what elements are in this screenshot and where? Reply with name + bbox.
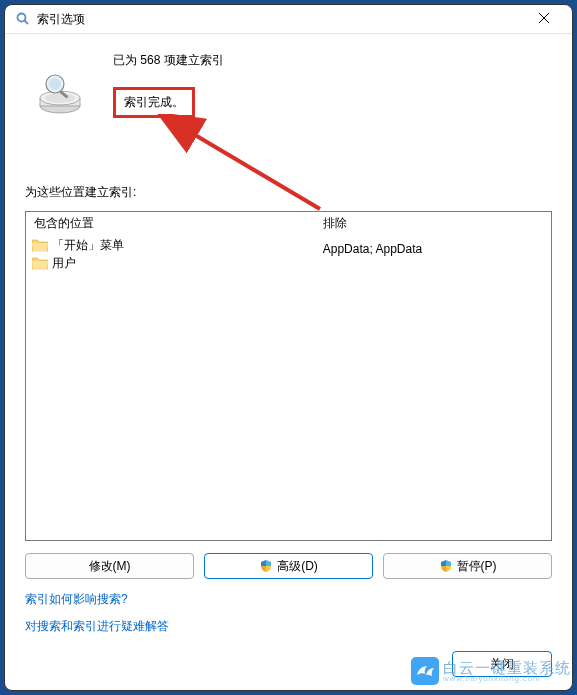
close-icon: [538, 11, 550, 27]
svg-point-0: [18, 14, 26, 22]
buttons-row: 修改(M) 高级(D): [25, 553, 552, 579]
location-name: 用户: [52, 255, 76, 272]
svg-point-9: [49, 78, 61, 90]
search-icon: [15, 11, 31, 27]
link-how-affects-search[interactable]: 索引如何影响搜索?: [25, 591, 552, 608]
indexing-options-dialog: 索引选项: [4, 4, 573, 691]
folder-icon: [32, 238, 48, 252]
shield-icon: [439, 559, 453, 573]
shield-icon: [259, 559, 273, 573]
status-text: 已为 568 项建立索引 索引完成。: [113, 48, 224, 118]
list-item[interactable]: 「开始」菜单: [30, 236, 311, 254]
list-item[interactable]: 用户: [30, 254, 311, 272]
titlebar: 索引选项: [5, 5, 572, 34]
folder-icon: [32, 256, 48, 270]
dialog-content: 已为 568 项建立索引 索引完成。 为这些位置建立索引: 包含的位置 排除: [5, 34, 572, 693]
drive-search-icon: [37, 70, 83, 116]
locations-body: 「开始」菜单 用户 AppData; AppData: [26, 234, 551, 540]
link-troubleshoot[interactable]: 对搜索和索引进行疑难解答: [25, 618, 552, 635]
column-header-include[interactable]: 包含的位置: [26, 212, 315, 234]
close-dialog-button[interactable]: 关闭: [452, 651, 552, 677]
footer-row: 关闭: [25, 645, 552, 677]
dialog-title: 索引选项: [37, 11, 524, 28]
indexing-complete: 索引完成。: [113, 87, 195, 118]
status-row: 已为 568 项建立索引 索引完成。: [25, 48, 552, 118]
column-header-exclude[interactable]: 排除: [315, 212, 551, 234]
close-button[interactable]: [524, 5, 564, 33]
locations-list: 包含的位置 排除 「开始」菜单: [25, 211, 552, 541]
locations-label: 为这些位置建立索引:: [25, 184, 552, 201]
pause-button[interactable]: 暂停(P): [383, 553, 552, 579]
locations-header: 包含的位置 排除: [26, 212, 551, 234]
advanced-button[interactable]: 高级(D): [204, 553, 373, 579]
annotation-arrow: [155, 114, 335, 224]
location-name: 「开始」菜单: [52, 237, 124, 254]
modify-button[interactable]: 修改(M): [25, 553, 194, 579]
svg-point-7: [45, 93, 75, 103]
svg-line-1: [25, 21, 29, 25]
exclude-value: AppData; AppData: [319, 240, 547, 258]
indexed-count: 已为 568 项建立索引: [113, 52, 224, 69]
